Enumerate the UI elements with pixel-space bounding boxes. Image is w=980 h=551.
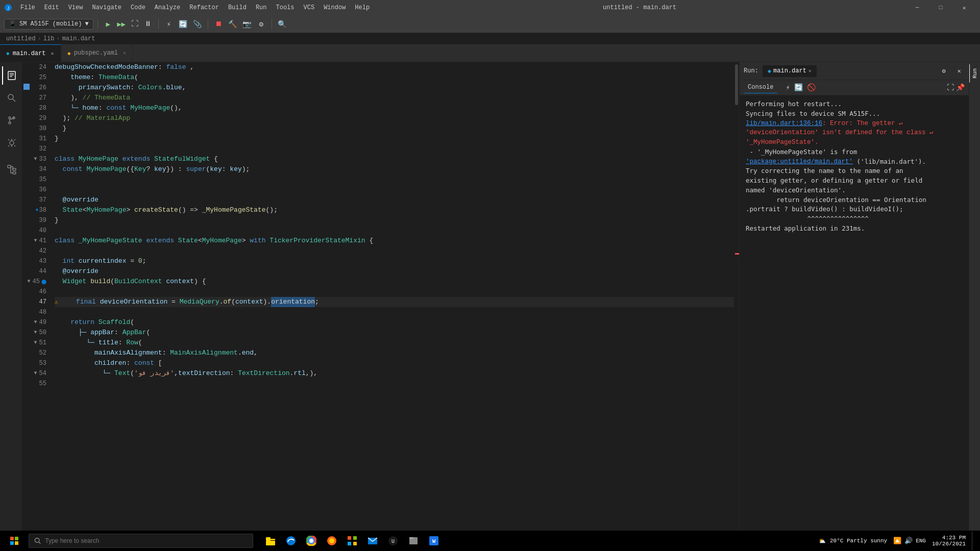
taskbar-app-store[interactable] [343, 532, 361, 550]
svg-rect-31 [348, 542, 351, 545]
tab-main-dart[interactable]: ◆ main.dart ✕ [0, 44, 61, 62]
hot-restart-button[interactable]: 🔄 [177, 18, 189, 30]
build-button[interactable]: 🔨 [227, 18, 239, 30]
fold-icon-51[interactable]: ▼ [34, 338, 37, 348]
menu-edit[interactable]: Edit [40, 2, 63, 13]
attach-button[interactable]: 📎 [191, 18, 204, 30]
gutter-29: 29 [22, 113, 46, 123]
fold-icon-50[interactable]: ▼ [34, 328, 37, 338]
fold-icon[interactable]: ▼ [34, 154, 37, 164]
taskbar-app-uplay[interactable]: U [384, 532, 402, 550]
taskbar-app-edge[interactable] [282, 532, 300, 550]
menu-analyze[interactable]: Analyze [151, 2, 184, 13]
console-error-link[interactable]: lib/main.dart:136:16 [746, 119, 822, 129]
profile-button[interactable]: ⏸ [142, 18, 154, 30]
start-button[interactable] [4, 531, 24, 551]
chevron-down-icon: ▼ [85, 20, 88, 28]
run-tab[interactable]: ◆ main.dart ✕ [763, 65, 817, 77]
menu-navigate[interactable]: Navigate [88, 2, 126, 13]
breadcrumb-file[interactable]: main.dart [62, 35, 95, 42]
gutter-48: 48 [22, 307, 46, 317]
console-package-link[interactable]: 'package:untitled/main.dart' [746, 157, 853, 167]
run-tab-close-button[interactable]: ✕ [808, 68, 812, 74]
volume-icon: 🔊 [904, 537, 913, 545]
console-clear-icon[interactable]: 🚫 [807, 83, 816, 92]
debug-button[interactable]: ▶▶ [115, 18, 128, 30]
menu-tools[interactable]: Tools [272, 2, 299, 13]
code-line-45: Widget build(BuildContext context) { [55, 277, 734, 287]
code-view[interactable]: debugShowCheckedModeBanner: false , them… [51, 62, 734, 539]
editor-scrollbar[interactable] [734, 62, 739, 539]
console-pin-icon[interactable]: 📌 [956, 83, 965, 92]
menu-vcs[interactable]: VCS [300, 2, 319, 13]
breadcrumb-project[interactable]: untitled [6, 35, 36, 42]
taskbar-search-input[interactable] [45, 537, 248, 544]
sidebar-icon-explorer[interactable] [2, 66, 20, 85]
sidebar-icon-debug[interactable] [2, 134, 20, 152]
menu-refactor[interactable]: Refactor [185, 2, 223, 13]
fold-icon-49[interactable]: ▼ [34, 317, 37, 328]
taskbar-app-explorer[interactable] [261, 532, 280, 550]
fold-icon-41[interactable]: ▼ [34, 236, 37, 246]
svg-rect-13 [13, 168, 16, 170]
show-desktop-button[interactable] [972, 532, 976, 550]
minimize-button[interactable]: ─ [905, 0, 929, 15]
run-settings-button[interactable]: ⚙ [938, 65, 949, 77]
svg-point-28 [329, 538, 334, 543]
stop-button[interactable]: ⏹ [212, 18, 225, 30]
screenshot-button[interactable]: 📷 [241, 18, 253, 30]
fold-icon-54[interactable]: ▼ [34, 368, 37, 379]
code-line-54: └─ Text('فریدر فو',textDirection: TextDi… [55, 368, 734, 379]
console-error-block: lib/main.dart:136:16 : Error: The getter… [746, 119, 963, 129]
fold-icon-45[interactable]: ▼ [28, 277, 31, 287]
search-button[interactable]: 🔍 [276, 18, 288, 30]
run-button[interactable]: ▶ [102, 18, 114, 30]
svg-text:J: J [7, 6, 9, 11]
sidebar-icon-structure[interactable] [2, 160, 20, 179]
code-line-25: theme: ThemeData( [55, 72, 734, 83]
editor-content: 24 25 26 27 28 29 30 31 32 ▼33 34 35 36 … [22, 62, 739, 539]
taskbar-search[interactable] [29, 534, 253, 548]
tab-main-dart-close[interactable]: ✕ [51, 51, 54, 57]
taskbar-app-word[interactable]: W [425, 532, 443, 550]
menu-run[interactable]: Run [252, 2, 271, 13]
menu-build[interactable]: Build [224, 2, 251, 13]
tab-main-dart-label: main.dart [13, 50, 46, 57]
settings-button[interactable]: ⚙ [255, 18, 267, 30]
taskbar-app-firefox[interactable] [323, 532, 341, 550]
console-tab[interactable]: Console [744, 82, 777, 93]
coverage-button[interactable]: ⛶ [129, 18, 141, 30]
menu-file[interactable]: File [16, 2, 39, 13]
sidebar-icon-vcs[interactable] [2, 111, 20, 130]
hot-reload-button[interactable]: ⚡ [163, 18, 175, 30]
sidebar-icon-search[interactable] [2, 89, 20, 107]
device-selector[interactable]: 📱 SM A515F (mobile) ▼ [4, 19, 93, 30]
console-restart-icon[interactable]: 🔄 [794, 83, 803, 92]
taskbar-app-files[interactable] [404, 532, 423, 550]
tab-pubspec-yaml[interactable]: ◆ pubspec.yaml ✕ [61, 44, 133, 62]
taskbar-app-mail[interactable] [363, 532, 382, 550]
close-button[interactable]: ✕ [952, 0, 976, 15]
taskbar-app-chrome[interactable] [302, 532, 321, 550]
weather-icon: ⛅ [819, 538, 826, 544]
svg-rect-29 [348, 536, 351, 540]
menu-help[interactable]: Help [351, 2, 374, 13]
console-run-icon[interactable]: ⚡ [786, 83, 790, 92]
menu-view[interactable]: View [64, 2, 87, 13]
dart-file-icon: ◆ [6, 50, 10, 57]
breadcrumb-lib[interactable]: lib [43, 35, 55, 42]
console-line-6: - '_MyHomePageState' is from [746, 147, 963, 157]
code-line-49: return Scaffold( [55, 317, 734, 328]
menu-code[interactable]: Code [127, 2, 150, 13]
console-expand-icon[interactable]: ⛶ [947, 84, 954, 92]
run-panel-close-button[interactable]: ✕ [953, 65, 965, 77]
vert-tab-run[interactable]: Run [969, 64, 980, 83]
tab-pubspec-yaml-close[interactable]: ✕ [123, 50, 126, 56]
maximize-button[interactable]: □ [929, 0, 952, 15]
menu-window[interactable]: Window [320, 2, 350, 13]
tab-bar: ◆ main.dart ✕ ◆ pubspec.yaml ✕ [0, 44, 980, 62]
code-line-38: State<MyHomePage> createState() => _MyHo… [55, 205, 734, 215]
gutter-55: 55 [22, 379, 46, 389]
run-bar: Run: ◆ main.dart ✕ ⚙ ✕ [740, 62, 969, 80]
code-line-26: primarySwatch: Colors.blue, [55, 83, 734, 93]
